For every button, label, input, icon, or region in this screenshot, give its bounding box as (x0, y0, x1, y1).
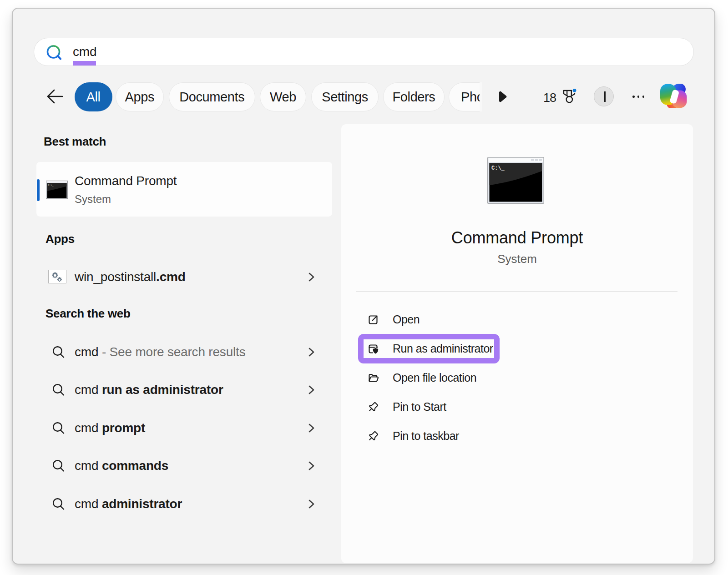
svg-text:C:\_: C:\_ (48, 184, 54, 187)
svg-text:C:\_: C:\_ (491, 165, 505, 171)
